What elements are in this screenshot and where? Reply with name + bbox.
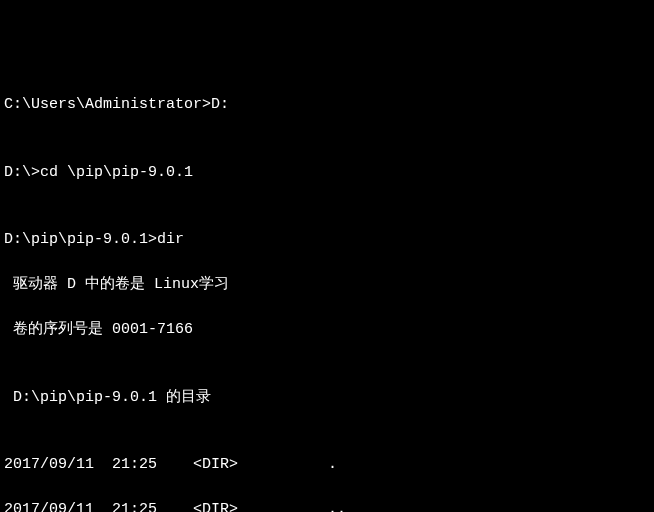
- prompt-line-3: D:\pip\pip-9.0.1>dir: [4, 229, 650, 252]
- dir-entry-parent: 2017/09/11 21:25 <DIR> ..: [4, 499, 650, 512]
- volume-label-line: 驱动器 D 中的卷是 Linux学习: [4, 274, 650, 297]
- prompt-line-1: C:\Users\Administrator>D:: [4, 94, 650, 117]
- prompt-line-2: D:\>cd \pip\pip-9.0.1: [4, 162, 650, 185]
- dir-entry-current: 2017/09/11 21:25 <DIR> .: [4, 454, 650, 477]
- directory-header-line: D:\pip\pip-9.0.1 的目录: [4, 387, 650, 410]
- volume-serial-line: 卷的序列号是 0001-7166: [4, 319, 650, 342]
